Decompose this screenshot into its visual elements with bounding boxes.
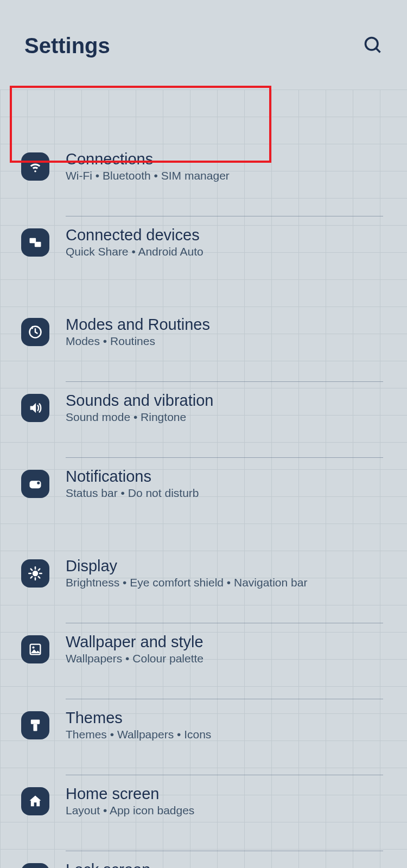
item-subtitle: Modes • Routines — [66, 335, 386, 348]
search-button[interactable] — [363, 35, 383, 57]
settings-item-display[interactable]: DisplayBrightness • Eye comfort shield •… — [2, 557, 405, 614]
settings-group: ConnectionsWi-Fi • Bluetooth • SIM manag… — [2, 150, 405, 283]
notifications-icon — [21, 470, 49, 498]
item-texts: Sounds and vibrationSound mode • Rington… — [66, 392, 386, 424]
svg-point-0 — [366, 37, 378, 50]
themes-icon — [21, 711, 49, 739]
divider — [66, 775, 383, 775]
settings-item-wallpaper-style[interactable]: Wallpaper and styleWallpapers • Colour p… — [2, 633, 405, 690]
svg-line-1 — [376, 48, 380, 53]
item-subtitle: Wi-Fi • Bluetooth • SIM manager — [66, 169, 386, 182]
svg-line-15 — [39, 569, 40, 570]
settings-item-home-screen[interactable]: Home screenLayout • App icon badges — [2, 785, 405, 842]
divider — [66, 457, 383, 458]
svg-rect-18 — [31, 720, 40, 724]
lock-icon — [21, 863, 49, 868]
divider — [66, 851, 383, 851]
settings-group: DisplayBrightness • Eye comfort shield •… — [2, 557, 405, 868]
home-icon — [21, 787, 49, 815]
page-title: Settings — [24, 34, 110, 58]
settings-item-sounds-vibration[interactable]: Sounds and vibrationSound mode • Rington… — [2, 392, 405, 449]
svg-point-6 — [37, 482, 40, 484]
item-texts: Lock screenScreen lock type — [66, 861, 386, 868]
svg-rect-19 — [34, 724, 37, 731]
settings-group: Modes and RoutinesModes • RoutinesSounds… — [2, 316, 405, 525]
item-texts: ThemesThemes • Wallpapers • Icons — [66, 709, 386, 741]
item-texts: DisplayBrightness • Eye comfort shield •… — [66, 557, 386, 589]
item-title: Sounds and vibration — [66, 392, 386, 410]
divider — [66, 216, 383, 216]
settings-item-lock-screen[interactable]: Lock screenScreen lock type — [2, 861, 405, 868]
item-subtitle: Quick Share • Android Auto — [66, 245, 386, 258]
devices-icon — [21, 228, 49, 257]
item-title: Connections — [66, 150, 386, 168]
svg-point-17 — [32, 646, 34, 648]
item-title: Modes and Routines — [66, 316, 386, 334]
item-subtitle: Brightness • Eye comfort shield • Naviga… — [66, 576, 386, 589]
wifi-icon — [21, 152, 49, 181]
divider — [66, 699, 383, 699]
header: Settings — [0, 0, 407, 58]
item-title: Connected devices — [66, 226, 386, 244]
settings-item-connected-devices[interactable]: Connected devicesQuick Share • Android A… — [2, 226, 405, 283]
item-texts: Connected devicesQuick Share • Android A… — [66, 226, 386, 258]
item-subtitle: Sound mode • Ringtone — [66, 411, 386, 424]
wallpaper-icon — [21, 635, 49, 663]
divider — [66, 623, 383, 623]
item-subtitle: Layout • App icon badges — [66, 804, 386, 817]
item-title: Display — [66, 557, 386, 575]
item-title: Themes — [66, 709, 386, 727]
item-title: Lock screen — [66, 861, 386, 868]
search-icon — [363, 35, 383, 55]
item-texts: Home screenLayout • App icon badges — [66, 785, 386, 817]
svg-point-7 — [33, 571, 39, 577]
item-title: Wallpaper and style — [66, 633, 386, 651]
item-texts: Modes and RoutinesModes • Routines — [66, 316, 386, 348]
item-title: Notifications — [66, 468, 386, 486]
settings-item-notifications[interactable]: NotificationsStatus bar • Do not disturb — [2, 468, 405, 525]
settings-item-themes[interactable]: ThemesThemes • Wallpapers • Icons — [2, 709, 405, 766]
svg-rect-3 — [35, 242, 41, 247]
item-texts: Wallpaper and styleWallpapers • Colour p… — [66, 633, 386, 665]
svg-line-14 — [31, 577, 32, 578]
item-subtitle: Wallpapers • Colour palette — [66, 652, 386, 665]
svg-line-12 — [31, 569, 32, 570]
item-title: Home screen — [66, 785, 386, 803]
item-subtitle: Themes • Wallpapers • Icons — [66, 728, 386, 741]
settings-list: ConnectionsWi-Fi • Bluetooth • SIM manag… — [0, 58, 407, 868]
display-icon — [21, 559, 49, 588]
settings-item-connections[interactable]: ConnectionsWi-Fi • Bluetooth • SIM manag… — [2, 150, 405, 207]
modes-icon — [21, 318, 49, 346]
item-texts: ConnectionsWi-Fi • Bluetooth • SIM manag… — [66, 150, 386, 182]
settings-item-modes-routines[interactable]: Modes and RoutinesModes • Routines — [2, 316, 405, 373]
svg-line-13 — [39, 577, 40, 578]
divider — [66, 381, 383, 382]
item-texts: NotificationsStatus bar • Do not disturb — [66, 468, 386, 500]
item-subtitle: Status bar • Do not disturb — [66, 487, 386, 500]
sound-icon — [21, 394, 49, 422]
